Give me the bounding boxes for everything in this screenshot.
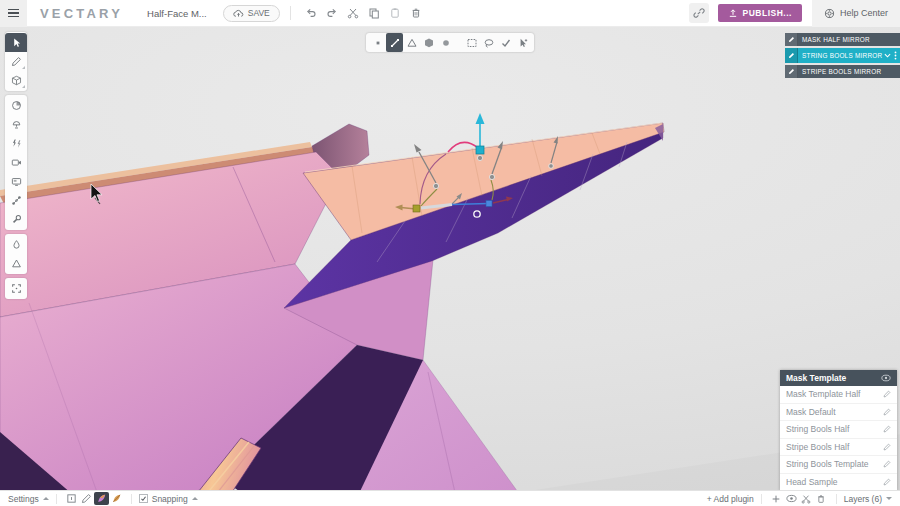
settings-dropdown[interactable]: Settings — [8, 494, 49, 504]
primitives-tool[interactable] — [5, 71, 27, 90]
snapping-checkbox[interactable] — [139, 494, 148, 503]
cone-icon — [11, 258, 22, 269]
sphere-mode-button[interactable] — [437, 33, 454, 52]
paste-button[interactable] — [387, 3, 404, 23]
face-mode-button[interactable] — [403, 33, 420, 52]
hamburger-menu-button[interactable] — [0, 0, 27, 27]
delete-button-bottom[interactable] — [814, 492, 829, 505]
marquee-icon — [466, 37, 478, 49]
layer-row-stripe-bools-half[interactable]: Stripe Bools Half — [780, 439, 897, 457]
effects-tool[interactable] — [5, 134, 27, 153]
edit-layer-icon[interactable] — [883, 443, 891, 451]
face-icon — [406, 37, 418, 49]
layer-label: Mask Default — [786, 407, 836, 417]
pencil-icon — [788, 68, 795, 75]
edit-chip-button[interactable] — [785, 33, 798, 46]
edit-layer-icon[interactable] — [883, 390, 891, 398]
brush-select-button[interactable] — [497, 33, 514, 52]
chevron-up-icon — [43, 497, 49, 500]
add-button[interactable] — [769, 492, 784, 505]
layer-row-head-sample[interactable]: Head Sample — [780, 474, 897, 492]
visibility-button[interactable] — [784, 492, 799, 505]
cut-button[interactable] — [345, 3, 362, 23]
lightning-icon — [11, 138, 22, 149]
layer-row-string-bools-half[interactable]: String Bools Half — [780, 421, 897, 439]
eye-icon — [786, 494, 797, 503]
snapping-label: Snapping — [152, 494, 188, 504]
chip-label: STRING BOOLS MIRROR — [802, 52, 882, 59]
marquee-select-button[interactable] — [463, 33, 480, 52]
feather-icon — [96, 493, 107, 504]
feather-mode-active-button[interactable] — [94, 492, 109, 505]
transform-select-button[interactable] — [514, 33, 531, 52]
chip-stripe-bools-mirror[interactable]: STRIPE BOOLS MIRROR — [785, 65, 900, 78]
share-link-button[interactable] — [689, 3, 709, 23]
lasso-icon — [483, 37, 495, 49]
cut-button-bottom[interactable] — [799, 492, 814, 505]
edit-chip-button[interactable] — [785, 48, 798, 63]
zoom-fit-tool[interactable] — [5, 279, 27, 298]
settings-label: Settings — [8, 494, 39, 504]
edit-layer-icon[interactable] — [883, 408, 891, 416]
snapping-toggle[interactable]: Snapping — [139, 494, 198, 504]
delete-button[interactable] — [408, 3, 425, 23]
camera-tool[interactable] — [5, 153, 27, 172]
chip-label: STRIPE BOOLS MIRROR — [802, 68, 881, 75]
drop-tool[interactable] — [5, 235, 27, 254]
project-title[interactable]: Half-Face M... — [147, 8, 207, 19]
cone-tool[interactable] — [5, 254, 27, 273]
layer-row-string-bools-template[interactable]: String Bools Template — [780, 456, 897, 474]
viewport-canvas[interactable] — [0, 27, 900, 490]
bottom-bar: Settings Snapping + Add plugin — [0, 490, 900, 506]
select-tool[interactable] — [5, 33, 27, 52]
edit-layer-icon[interactable] — [883, 478, 891, 486]
light-tool[interactable] — [5, 115, 27, 134]
more-options-icon[interactable] — [894, 51, 897, 60]
help-center-button[interactable]: Help Center — [812, 0, 900, 27]
chevron-up-icon — [192, 497, 198, 500]
layers-count-label: Layers (6) — [844, 494, 882, 504]
lasso-select-button[interactable] — [480, 33, 497, 52]
layer-row-mask-default[interactable]: Mask Default — [780, 404, 897, 422]
layer-row-mask-template-half[interactable]: Mask Template Half — [780, 386, 897, 404]
chip-string-bools-mirror[interactable]: STRING BOOLS MIRROR — [785, 48, 900, 63]
undo-button[interactable] — [303, 3, 320, 23]
copy-button[interactable] — [366, 3, 383, 23]
redo-button[interactable] — [324, 3, 341, 23]
droplet-icon — [11, 239, 22, 250]
lamp-icon — [11, 119, 22, 130]
publish-button[interactable]: PUBLISH... — [718, 4, 802, 22]
top-bar: VECTARY Half-Face M... SAVE PUBLISH... — [0, 0, 900, 27]
left-toolbar — [5, 32, 27, 303]
pen-tool[interactable] — [5, 52, 27, 71]
vectary-logo: VECTARY — [40, 6, 123, 21]
visibility-eye-icon[interactable] — [881, 374, 891, 382]
layer-label: Stripe Bools Half — [786, 442, 849, 452]
save-button[interactable]: SAVE — [223, 5, 280, 22]
edit-chip-button[interactable] — [785, 65, 798, 78]
edge-mode-button[interactable] — [386, 33, 403, 52]
screen-tool[interactable] — [5, 172, 27, 191]
save-label: SAVE — [248, 8, 270, 18]
pen-icon — [11, 56, 22, 67]
chevron-down-icon[interactable] — [884, 53, 891, 58]
vertex-mode-button[interactable] — [369, 33, 386, 52]
edit-layer-icon[interactable] — [883, 460, 891, 468]
pen-mode-button[interactable] — [79, 492, 94, 505]
chip-mask-half-mirror[interactable]: MASK HALF MIRROR — [785, 33, 900, 46]
tools-tool[interactable] — [5, 210, 27, 229]
scene-3d-model — [0, 27, 900, 490]
connections-tool[interactable] — [5, 191, 27, 210]
add-plugin-button[interactable]: + Add plugin — [707, 494, 754, 504]
feather-mode-button[interactable] — [109, 492, 124, 505]
scene-object-chips: MASK HALF MIRROR STRING BOOLS MIRROR STR… — [785, 33, 900, 78]
layer-label: Mask Template Half — [786, 389, 860, 399]
layers-panel-header[interactable]: Mask Template — [780, 370, 897, 386]
cursor-plus-icon — [517, 37, 529, 49]
edit-layer-icon[interactable] — [883, 425, 891, 433]
materials-tool[interactable] — [5, 96, 27, 115]
layers-dropdown[interactable]: Layers (6) — [844, 494, 892, 504]
help-icon — [824, 8, 835, 19]
single-view-button[interactable] — [64, 492, 79, 505]
solid-mode-button[interactable] — [420, 33, 437, 52]
